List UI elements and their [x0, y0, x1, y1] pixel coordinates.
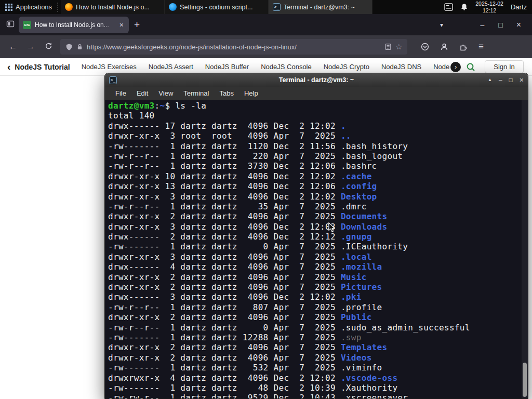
- panel-separator: [57, 3, 59, 12]
- terminal-line: -rw-r--r-- 1 dartz dartz 807 Apr 7 2025 …: [108, 302, 521, 312]
- menu-icon[interactable]: ≡: [478, 42, 484, 52]
- terminal-line: drwxrwxr-x 4 dartz dartz 4096 Dec 2 12:0…: [108, 373, 521, 383]
- terminal-line: drwxr-xr-x 10 dartz dartz 4096 Dec 2 12:…: [108, 171, 521, 181]
- bookmark-star-icon[interactable]: ☆: [395, 43, 402, 51]
- menu-terminal[interactable]: Terminal: [178, 89, 214, 97]
- terminal-minimize-icon[interactable]: –: [499, 77, 502, 83]
- browser-tab[interactable]: GfG How to Install Node.js on... ×: [19, 17, 129, 33]
- window-minimize-icon[interactable]: –: [473, 21, 491, 29]
- tab-close-icon[interactable]: ×: [118, 21, 125, 29]
- tab-list-icon[interactable]: ▾: [440, 21, 443, 29]
- terminal-line: drwx------ 17 dartz dartz 4096 Dec 2 12:…: [108, 121, 521, 131]
- applications-label: Applications: [16, 3, 52, 11]
- new-tab-button[interactable]: +: [134, 19, 140, 31]
- terminal-line: drwxr-xr-x 2 dartz dartz 4096 Apr 7 2025…: [108, 353, 521, 363]
- terminal-line: -rw-rw-r-- 1 dartz dartz 9529 Dec 2 10:4…: [108, 393, 521, 398]
- terminal-line: -rw------- 1 dartz dartz 1120 Dec 2 11:5…: [108, 141, 521, 151]
- clock-time: 12:12: [475, 7, 503, 14]
- site-nav-link[interactable]: NodeJS DNS: [381, 63, 421, 71]
- user-menu[interactable]: Dartz: [511, 3, 527, 11]
- sign-in-button[interactable]: Sign In: [485, 60, 523, 73]
- site-brand[interactable]: NodeJS Tutorial: [15, 63, 70, 71]
- geeksforgeeks-favicon: GfG: [23, 21, 31, 29]
- terminal-maximize-icon[interactable]: □: [509, 77, 513, 83]
- terminal-line: drwx------ 3 dartz dartz 4096 Dec 2 12:0…: [108, 292, 521, 302]
- window-close-icon[interactable]: ×: [510, 20, 528, 30]
- terminal-line: -rw------- 1 dartz dartz 0 Apr 7 2025 .I…: [108, 242, 521, 251]
- taskbar-item-label: How to Install Node.js o...: [76, 4, 150, 11]
- site-nav-link[interactable]: NodeJS Buffer: [205, 63, 249, 71]
- site-nav-link[interactable]: Node: [433, 63, 449, 71]
- window-maximize-icon[interactable]: □: [491, 21, 510, 29]
- terminal-line: drwxr-xr-x 2 dartz dartz 4096 Apr 7 2025…: [108, 282, 521, 292]
- site-nav-link[interactable]: NodeJS Crypto: [324, 63, 369, 71]
- mouse-cursor: [328, 222, 336, 233]
- back-button[interactable]: ←: [5, 42, 21, 51]
- terminal-line: drwx------ 2 dartz dartz 4096 Dec 2 12:1…: [108, 232, 521, 242]
- terminal-scrollbar[interactable]: [522, 100, 528, 398]
- terminal-line: -rw-r--r-- 1 dartz dartz 35 Apr 7 2025 .…: [108, 202, 521, 211]
- tab-title: How to Install Node.js on...: [35, 21, 115, 29]
- reader-mode-icon[interactable]: [384, 43, 392, 50]
- taskbar-item-codium[interactable]: Settings - codium script...: [165, 0, 269, 14]
- applications-icon: [5, 4, 12, 11]
- site-nav-link[interactable]: NodeJS Exercises: [82, 63, 137, 71]
- pocket-icon[interactable]: [421, 43, 429, 51]
- codium-icon: [169, 3, 177, 11]
- notification-bell-icon[interactable]: [460, 3, 468, 11]
- url-text[interactable]: https://www.geeksforgeeks.org/node-js/in…: [87, 43, 381, 51]
- terminal-line: drwxr-xr-x 3 dartz dartz 4096 Dec 2 12:0…: [108, 192, 521, 202]
- scrollbar-thumb[interactable]: [523, 363, 527, 397]
- terminal-window: >_ Terminal - dartz@vm3: ~ ▲ – □ × File …: [104, 73, 528, 399]
- nav-scroll-right-icon[interactable]: ›: [450, 62, 461, 72]
- site-nav-link[interactable]: NodeJS Assert: [149, 63, 193, 71]
- terminal-title: Terminal - dartz@vm3: ~: [105, 76, 528, 84]
- site-nav-link[interactable]: NodeJS Console: [261, 63, 312, 71]
- clock[interactable]: 2025-12-02 12:12: [475, 1, 503, 14]
- lock-icon: [76, 43, 83, 50]
- url-bar[interactable]: https://www.geeksforgeeks.org/node-js/in…: [60, 39, 407, 55]
- search-icon[interactable]: [466, 62, 475, 72]
- nav-scroll-left-icon[interactable]: ‹: [7, 61, 10, 73]
- taskbar-item-firefox[interactable]: How to Install Node.js o...: [61, 0, 165, 14]
- terminal-tray-icon[interactable]: [444, 3, 453, 11]
- taskbar-item-label: Settings - codium script...: [180, 4, 252, 11]
- browser-toolbar: ← → https://www.geeksforgeeks.org/node-j…: [0, 35, 532, 58]
- terminal-close-icon[interactable]: ×: [520, 76, 524, 84]
- terminal-line: total 140: [108, 111, 521, 121]
- terminal-line: drwxr-xr-x 13 dartz dartz 4096 Dec 2 12:…: [108, 181, 521, 191]
- menu-view[interactable]: View: [153, 89, 178, 97]
- extensions-icon[interactable]: [459, 43, 468, 51]
- taskbar-item-terminal[interactable]: >_ Terminal - dartz@vm3: ~: [269, 0, 373, 14]
- firefox-icon: [65, 3, 73, 11]
- applications-menu[interactable]: Applications: [0, 0, 57, 14]
- terminal-body[interactable]: dartz@vm3:~$ ls -latotal 140drwx------ 1…: [105, 100, 528, 398]
- terminal-line: drwx------ 4 dartz dartz 4096 Apr 7 2025…: [108, 262, 521, 272]
- reload-button[interactable]: [41, 42, 56, 52]
- tab-bar: GfG How to Install Node.js on... × + ▾ –…: [0, 14, 532, 35]
- tracking-protection-icon[interactable]: [65, 43, 73, 51]
- terminal-line: -rw------- 1 dartz dartz 48 Dec 2 10:39 …: [108, 383, 521, 393]
- terminal-line: -rw-r--r-- 1 dartz dartz 220 Apr 7 2025 …: [108, 151, 521, 161]
- terminal-titlebar[interactable]: >_ Terminal - dartz@vm3: ~ ▲ – □ ×: [105, 73, 528, 87]
- top-panel: Applications How to Install Node.js o...…: [0, 0, 532, 14]
- menu-tabs[interactable]: Tabs: [214, 89, 238, 97]
- terminal-line: drwxr-xr-x 2 dartz dartz 4096 Apr 7 2025…: [108, 272, 521, 282]
- terminal-icon: >_: [273, 3, 281, 11]
- menu-help[interactable]: Help: [239, 89, 263, 97]
- terminal-shade-icon[interactable]: ▲: [488, 78, 492, 82]
- clock-date: 2025-12-02: [475, 1, 503, 7]
- terminal-line: drwxr-xr-x 2 dartz dartz 4096 Apr 7 2025…: [108, 312, 521, 322]
- site-nav-links: NodeJS Exercises NodeJS Assert NodeJS Bu…: [82, 63, 450, 71]
- menu-edit[interactable]: Edit: [131, 89, 153, 97]
- forward-button[interactable]: →: [23, 42, 38, 51]
- terminal-line: drwxr-xr-x 2 dartz dartz 4096 Apr 7 2025…: [108, 211, 521, 221]
- terminal-line: -rw------- 1 dartz dartz 532 Apr 7 2025 …: [108, 363, 521, 373]
- terminal-line: -rw------- 1 dartz dartz 12288 Apr 7 202…: [108, 332, 521, 342]
- menu-file[interactable]: File: [110, 89, 131, 97]
- taskbar-item-label: Terminal - dartz@vm3: ~: [284, 4, 355, 11]
- terminal-output: dartz@vm3:~$ ls -latotal 140drwx------ 1…: [105, 100, 528, 398]
- terminal-line: drwxr-xr-x 3 root root 4096 Apr 7 2025 .…: [108, 131, 521, 141]
- firefox-view-icon[interactable]: [6, 20, 15, 30]
- account-icon[interactable]: [440, 43, 448, 51]
